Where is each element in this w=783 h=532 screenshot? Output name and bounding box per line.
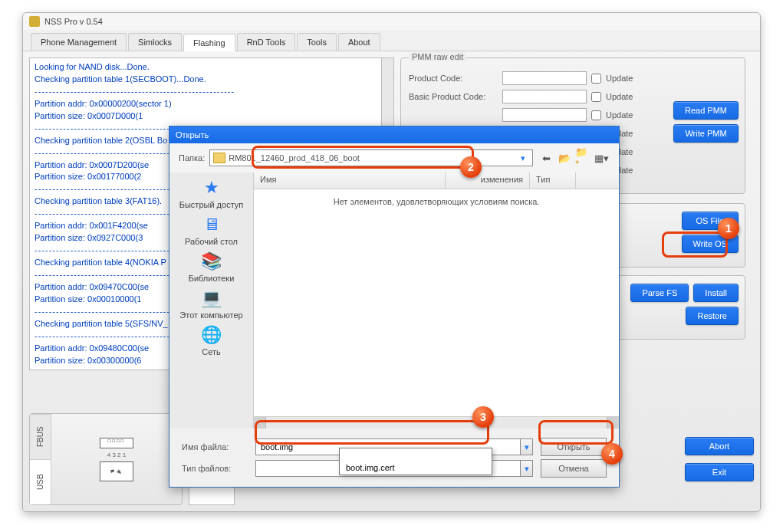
field-input[interactable] [502, 108, 587, 122]
install-button[interactable]: Install [693, 284, 739, 302]
place-item[interactable]: 🌐Сеть [177, 324, 246, 356]
field-input[interactable] [502, 71, 587, 85]
connector-panel: FBUS USB □□□□ 4 3 2 1 ⇌🔌 [29, 413, 183, 505]
open-file-dialog: Открыть Папка: RM801_12460_prod_418_06_b… [169, 126, 620, 488]
os-file-button[interactable]: OS File [682, 212, 739, 230]
folder-dropdown[interactable]: RM801_12460_prod_418_06_boot ▾ [209, 149, 533, 166]
place-item[interactable]: 💻Этот компьютер [177, 287, 246, 320]
popup-item[interactable]: boot.img.cert [340, 461, 492, 475]
log-line: Looking for NAND disk...Done. [35, 61, 377, 74]
place-item[interactable]: 🖥Рабочий стол [177, 214, 246, 246]
place-item[interactable]: ★Быстрый доступ [177, 177, 246, 209]
new-folder-icon[interactable]: 📁* [574, 150, 591, 166]
update-checkbox[interactable] [591, 110, 601, 120]
log-line: Checking partition table 1(SECBOOT)...Do… [35, 74, 377, 86]
tab-phone-management[interactable]: Phone Management [31, 33, 127, 51]
dialog-title: Открыть [169, 126, 619, 143]
pin-label: 4 3 2 1 [107, 452, 126, 458]
chevron-down-icon[interactable]: ▾ [517, 150, 529, 166]
exit-button[interactable]: Exit [685, 463, 754, 481]
place-label: Библиотеки [177, 274, 246, 283]
filename-label: Имя файла: [182, 442, 248, 452]
place-icon: 💻 [199, 287, 225, 309]
view-menu-icon[interactable]: ▦▾ [593, 150, 610, 166]
cancel-button[interactable]: Отмена [541, 459, 607, 478]
app-icon [29, 16, 40, 27]
filename-popup[interactable]: boot.img.cert [339, 448, 492, 475]
tab-simlocks[interactable]: Simlocks [128, 33, 182, 51]
write-os-button[interactable]: Write OS [682, 235, 739, 253]
place-icon: 🌐 [199, 324, 225, 346]
tab-tools[interactable]: Tools [297, 33, 337, 51]
back-icon[interactable]: ⬅ [538, 150, 554, 166]
tab-flashing[interactable]: Flashing [183, 34, 235, 51]
restore-button[interactable]: Restore [686, 307, 739, 325]
col-date[interactable]: изменения [446, 172, 530, 189]
dialog-toolbar: ⬅ 📂 📁* ▦▾ [538, 150, 610, 166]
filetype-dropdown-icon[interactable]: ▾ [521, 460, 533, 477]
field-label: Product Code: [409, 74, 498, 83]
read-pmm-button[interactable]: Read PMM [673, 101, 739, 120]
popup-item[interactable] [340, 448, 492, 461]
horizontal-scrollbar[interactable] [254, 416, 619, 429]
tab-strip: Phone Management Simlocks Flashing RnD T… [23, 30, 760, 51]
list-header[interactable]: Имя изменения Тип [254, 172, 619, 189]
log-line: ----------------------------------------… [35, 86, 377, 98]
place-icon: 🖥 [199, 214, 225, 235]
place-icon: 📚 [199, 251, 225, 272]
write-pmm-button[interactable]: Write PMM [673, 124, 739, 143]
update-label: Update [606, 92, 633, 101]
place-item[interactable]: 📚Библиотеки [177, 251, 246, 283]
log-line: Partition size: 0x0007D000(1 [35, 110, 377, 123]
place-label: Сеть [177, 347, 246, 356]
chip-top: □□□□ [100, 438, 133, 448]
usb-connector-image: □□□□ 4 3 2 1 ⇌🔌 [51, 414, 182, 504]
group-title: PMM raw edit [409, 52, 466, 61]
places-bar: ★Быстрый доступ🖥Рабочий стол📚Библиотеки💻… [169, 172, 254, 429]
empty-message: Нет элементов, удовлетворяющих условиям … [254, 189, 619, 416]
field-input[interactable] [502, 90, 587, 103]
usb-icon: ⇌🔌 [100, 461, 133, 481]
titlebar: NSS Pro v 0.54 [23, 13, 760, 30]
filename-dropdown-icon[interactable]: ▾ [521, 438, 533, 455]
update-checkbox[interactable] [591, 92, 601, 102]
update-checkbox[interactable] [591, 74, 601, 84]
log-line: Partition addr: 0x00000200(sector 1) [35, 98, 377, 110]
parse-fs-button[interactable]: Parse FS [630, 284, 689, 302]
update-label: Update [606, 110, 633, 120]
file-list-area[interactable]: Имя изменения Тип Нет элементов, удовлет… [254, 172, 619, 429]
window-title: NSS Pro v 0.54 [44, 17, 103, 26]
folder-icon [213, 153, 225, 163]
vtab-usb[interactable]: USB [30, 459, 51, 504]
update-label: Update [606, 74, 633, 83]
pmm-row: Product Code: Update [409, 69, 737, 87]
place-label: Рабочий стол [177, 237, 246, 246]
tab-rnd-tools[interactable]: RnD Tools [237, 33, 296, 51]
place-label: Этот компьютер [177, 310, 246, 320]
field-label: Basic Product Code: [409, 92, 498, 101]
place-icon: ★ [199, 177, 225, 199]
folder-label: Папка: [179, 153, 205, 163]
abort-button[interactable]: Abort [685, 437, 754, 455]
filetype-label: Тип файлов: [182, 464, 248, 473]
tab-about[interactable]: About [338, 33, 380, 51]
vtab-fbus[interactable]: FBUS [30, 414, 51, 459]
col-name[interactable]: Имя [254, 172, 446, 189]
open-button[interactable]: Открыть [541, 438, 607, 456]
place-label: Быстрый доступ [177, 200, 246, 209]
up-icon[interactable]: 📂 [556, 150, 573, 166]
col-type[interactable]: Тип [530, 172, 576, 189]
folder-name: RM801_12460_prod_418_06_boot [229, 153, 360, 163]
